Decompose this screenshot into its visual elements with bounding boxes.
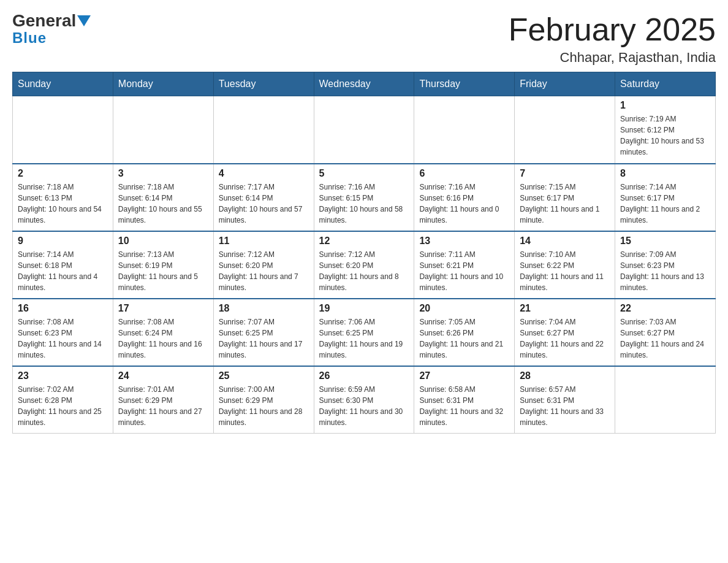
calendar-cell [213, 96, 314, 164]
calendar-cell [515, 96, 615, 164]
calendar-cell: 16Sunrise: 7:08 AM Sunset: 6:23 PM Dayli… [13, 299, 113, 366]
day-number: 9 [18, 236, 108, 247]
calendar-cell: 21Sunrise: 7:04 AM Sunset: 6:27 PM Dayli… [515, 299, 615, 366]
day-info: Sunrise: 6:58 AM Sunset: 6:31 PM Dayligh… [419, 384, 509, 428]
day-header-friday: Friday [515, 72, 615, 96]
day-info: Sunrise: 7:08 AM Sunset: 6:24 PM Dayligh… [118, 316, 208, 361]
day-number: 4 [219, 168, 309, 179]
calendar-cell: 15Sunrise: 7:09 AM Sunset: 6:23 PM Dayli… [615, 231, 716, 299]
day-number: 21 [520, 303, 610, 314]
day-info: Sunrise: 7:05 AM Sunset: 6:26 PM Dayligh… [419, 316, 509, 361]
day-info: Sunrise: 7:09 AM Sunset: 6:23 PM Dayligh… [620, 249, 710, 293]
calendar-cell: 18Sunrise: 7:07 AM Sunset: 6:25 PM Dayli… [213, 299, 314, 366]
day-number: 13 [419, 236, 509, 247]
day-info: Sunrise: 7:17 AM Sunset: 6:14 PM Dayligh… [219, 182, 309, 226]
day-number: 27 [419, 370, 509, 381]
calendar-cell [113, 96, 213, 164]
calendar-cell: 12Sunrise: 7:12 AM Sunset: 6:20 PM Dayli… [314, 231, 414, 299]
calendar-cell: 28Sunrise: 6:57 AM Sunset: 6:31 PM Dayli… [515, 366, 615, 434]
logo: General Blue [12, 12, 91, 47]
calendar-header-row: SundayMondayTuesdayWednesdayThursdayFrid… [13, 72, 716, 96]
logo-icon [77, 15, 91, 26]
day-number: 7 [520, 168, 610, 179]
calendar-cell: 3Sunrise: 7:18 AM Sunset: 6:14 PM Daylig… [113, 164, 213, 231]
calendar-week-row: 1Sunrise: 7:19 AM Sunset: 6:12 PM Daylig… [13, 96, 716, 164]
day-number: 23 [18, 370, 108, 381]
day-info: Sunrise: 7:01 AM Sunset: 6:29 PM Dayligh… [118, 384, 208, 428]
day-number: 3 [118, 168, 208, 179]
calendar-cell: 23Sunrise: 7:02 AM Sunset: 6:28 PM Dayli… [13, 366, 113, 434]
day-info: Sunrise: 7:08 AM Sunset: 6:23 PM Dayligh… [18, 316, 108, 361]
calendar-cell: 8Sunrise: 7:14 AM Sunset: 6:17 PM Daylig… [615, 164, 716, 231]
calendar-cell: 22Sunrise: 7:03 AM Sunset: 6:27 PM Dayli… [615, 299, 716, 366]
day-info: Sunrise: 7:02 AM Sunset: 6:28 PM Dayligh… [18, 384, 108, 428]
day-info: Sunrise: 7:18 AM Sunset: 6:13 PM Dayligh… [18, 182, 108, 226]
calendar-cell: 2Sunrise: 7:18 AM Sunset: 6:13 PM Daylig… [13, 164, 113, 231]
day-info: Sunrise: 7:19 AM Sunset: 6:12 PM Dayligh… [620, 113, 710, 158]
day-number: 24 [118, 370, 208, 381]
day-info: Sunrise: 7:14 AM Sunset: 6:18 PM Dayligh… [18, 249, 108, 293]
calendar-cell [314, 96, 414, 164]
svg-marker-0 [77, 15, 91, 26]
calendar-table: SundayMondayTuesdayWednesdayThursdayFrid… [12, 72, 716, 434]
logo-blue: Blue [12, 29, 47, 47]
location-title: Chhapar, Rajasthan, India [509, 50, 716, 66]
logo-general: General [12, 12, 76, 29]
day-number: 5 [319, 168, 409, 179]
day-number: 1 [620, 100, 710, 111]
day-info: Sunrise: 7:10 AM Sunset: 6:22 PM Dayligh… [520, 249, 610, 293]
day-number: 12 [319, 236, 409, 247]
title-section: February 2025 Chhapar, Rajasthan, India [509, 12, 716, 66]
day-number: 28 [520, 370, 610, 381]
calendar-cell: 1Sunrise: 7:19 AM Sunset: 6:12 PM Daylig… [615, 96, 716, 164]
day-info: Sunrise: 7:14 AM Sunset: 6:17 PM Dayligh… [620, 182, 710, 226]
day-info: Sunrise: 7:00 AM Sunset: 6:29 PM Dayligh… [219, 384, 309, 428]
day-info: Sunrise: 7:18 AM Sunset: 6:14 PM Dayligh… [118, 182, 208, 226]
day-info: Sunrise: 7:12 AM Sunset: 6:20 PM Dayligh… [319, 249, 409, 293]
calendar-week-row: 9Sunrise: 7:14 AM Sunset: 6:18 PM Daylig… [13, 231, 716, 299]
day-header-tuesday: Tuesday [213, 72, 314, 96]
day-number: 20 [419, 303, 509, 314]
calendar-cell [13, 96, 113, 164]
page-header: General Blue February 2025 Chhapar, Raja… [12, 12, 716, 66]
calendar-cell: 5Sunrise: 7:16 AM Sunset: 6:15 PM Daylig… [314, 164, 414, 231]
day-info: Sunrise: 7:11 AM Sunset: 6:21 PM Dayligh… [419, 249, 509, 293]
day-header-monday: Monday [113, 72, 213, 96]
day-info: Sunrise: 7:15 AM Sunset: 6:17 PM Dayligh… [520, 182, 610, 226]
day-number: 6 [419, 168, 509, 179]
day-number: 17 [118, 303, 208, 314]
day-number: 2 [18, 168, 108, 179]
day-number: 14 [520, 236, 610, 247]
day-header-sunday: Sunday [13, 72, 113, 96]
day-info: Sunrise: 7:03 AM Sunset: 6:27 PM Dayligh… [620, 316, 710, 361]
day-info: Sunrise: 7:06 AM Sunset: 6:25 PM Dayligh… [319, 316, 409, 361]
calendar-cell: 4Sunrise: 7:17 AM Sunset: 6:14 PM Daylig… [213, 164, 314, 231]
day-number: 22 [620, 303, 710, 314]
calendar-cell: 11Sunrise: 7:12 AM Sunset: 6:20 PM Dayli… [213, 231, 314, 299]
day-number: 11 [219, 236, 309, 247]
day-number: 16 [18, 303, 108, 314]
day-header-thursday: Thursday [414, 72, 515, 96]
day-number: 18 [219, 303, 309, 314]
day-number: 25 [219, 370, 309, 381]
calendar-week-row: 16Sunrise: 7:08 AM Sunset: 6:23 PM Dayli… [13, 299, 716, 366]
calendar-week-row: 23Sunrise: 7:02 AM Sunset: 6:28 PM Dayli… [13, 366, 716, 434]
calendar-week-row: 2Sunrise: 7:18 AM Sunset: 6:13 PM Daylig… [13, 164, 716, 231]
day-info: Sunrise: 7:07 AM Sunset: 6:25 PM Dayligh… [219, 316, 309, 361]
day-number: 26 [319, 370, 409, 381]
day-header-saturday: Saturday [615, 72, 716, 96]
day-info: Sunrise: 7:04 AM Sunset: 6:27 PM Dayligh… [520, 316, 610, 361]
calendar-cell [615, 366, 716, 434]
day-number: 15 [620, 236, 710, 247]
day-header-wednesday: Wednesday [314, 72, 414, 96]
month-title: February 2025 [509, 12, 716, 47]
calendar-cell: 14Sunrise: 7:10 AM Sunset: 6:22 PM Dayli… [515, 231, 615, 299]
day-info: Sunrise: 6:59 AM Sunset: 6:30 PM Dayligh… [319, 384, 409, 428]
calendar-cell: 13Sunrise: 7:11 AM Sunset: 6:21 PM Dayli… [414, 231, 515, 299]
calendar-cell: 19Sunrise: 7:06 AM Sunset: 6:25 PM Dayli… [314, 299, 414, 366]
day-info: Sunrise: 7:16 AM Sunset: 6:16 PM Dayligh… [419, 182, 509, 226]
day-info: Sunrise: 7:12 AM Sunset: 6:20 PM Dayligh… [219, 249, 309, 293]
calendar-cell: 10Sunrise: 7:13 AM Sunset: 6:19 PM Dayli… [113, 231, 213, 299]
calendar-cell: 26Sunrise: 6:59 AM Sunset: 6:30 PM Dayli… [314, 366, 414, 434]
calendar-cell: 9Sunrise: 7:14 AM Sunset: 6:18 PM Daylig… [13, 231, 113, 299]
